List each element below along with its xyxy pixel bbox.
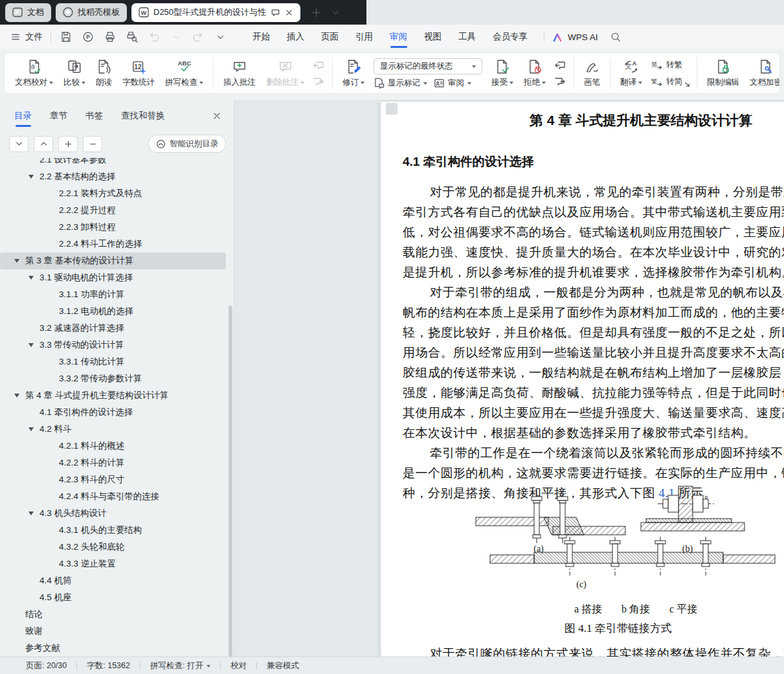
toc-item[interactable]: 3.1.2 电动机的选择 (0, 303, 226, 320)
customize-toolbar-dropdown[interactable] (213, 30, 227, 44)
toc-item[interactable]: 致谢 (0, 623, 226, 640)
toc-item[interactable]: 2.2.1 装料方式及特点 (0, 185, 226, 202)
status-spellcheck[interactable]: 拼写检查: 打开 (150, 660, 210, 671)
menu-insert[interactable]: 插入 (278, 25, 313, 49)
status-proofread[interactable]: 校对 (230, 660, 247, 671)
status-word-count[interactable]: 字数: 15362 (87, 660, 130, 671)
previous-comment-button[interactable] (311, 58, 326, 73)
panel-tab-chapters[interactable]: 章节 (50, 110, 67, 122)
toc-expand-button[interactable] (9, 136, 28, 152)
toc-item[interactable]: 3.3.2 带传动参数计算 (0, 370, 226, 387)
search-button[interactable] (609, 30, 623, 44)
spell-check-button[interactable]: ABC 拼写检查 (160, 56, 208, 91)
undo-dropdown-button[interactable] (169, 30, 183, 44)
toc-collapse-triangle-icon[interactable] (28, 175, 39, 179)
toc-item[interactable]: 2.2.2 提升过程 (0, 202, 226, 219)
toc-zoom-out-button[interactable] (83, 136, 102, 152)
menu-review[interactable]: 审阅 (381, 25, 416, 49)
insert-comment-button[interactable]: 插入批注 (218, 56, 261, 91)
show-markup-button[interactable]: 显示标记 (374, 78, 427, 89)
tab-active-document[interactable]: W D250型斗式提升机的设计与性 (131, 3, 300, 22)
toc-item[interactable]: 3.1.1 功率的计算 (0, 286, 226, 303)
new-tab-button[interactable] (308, 4, 324, 21)
toc-item[interactable]: 4.3.1 机头的主要结构 (0, 522, 226, 539)
toc-item[interactable]: 4.3.3 逆止装置 (0, 556, 226, 572)
previous-change-button[interactable] (552, 58, 568, 73)
status-page-indicator[interactable]: 页面: 20/30 (26, 660, 67, 671)
toc-item[interactable]: 2.2.3 卸料过程 (0, 219, 226, 236)
document-page[interactable]: 第 4 章 斗式提升机主要结构设计计算 4.1 牵引构件的设计选择 对于常见的都… (381, 102, 784, 657)
panel-close-button[interactable] (210, 109, 223, 122)
doc-proofread-button[interactable]: a 文档校对 (10, 56, 58, 91)
panel-tab-contents[interactable]: 目录 (14, 110, 32, 122)
tab-close-icon[interactable] (285, 8, 293, 17)
toc-collapse-triangle-icon[interactable] (28, 276, 39, 280)
undo-button[interactable] (147, 30, 161, 44)
status-compat-mode[interactable]: 兼容模式 (267, 660, 299, 671)
toc-item[interactable]: 第 4 章 斗式提升机主要结构设计计算 (0, 387, 226, 404)
encrypt-document-button[interactable]: 文档加密 (745, 56, 780, 91)
menu-home[interactable]: 开始 (244, 25, 278, 49)
toc-item[interactable]: 2.2 基本结构的选择 (0, 168, 226, 185)
toc-item[interactable]: 结论 (0, 606, 226, 623)
to-simplified-button[interactable]: 繁 转简 (650, 74, 682, 89)
toc-item[interactable]: 4.4 机筒 (0, 572, 226, 589)
toc-item[interactable]: 3.3.1 传动比计算 (0, 354, 226, 370)
restrict-editing-button[interactable]: 限制编辑 (702, 56, 745, 91)
toc-item[interactable]: 4.5 机座 (0, 589, 226, 606)
toc-collapse-triangle-icon[interactable] (28, 427, 39, 431)
toc-item[interactable]: 4.3 机头结构设计 (0, 505, 226, 522)
smart-toc-button[interactable]: 智能识别目录 (148, 135, 226, 153)
toc-item[interactable]: 4.2.3 料斗的尺寸 (0, 471, 226, 488)
toc-item[interactable]: 4.1 牵引构件的设计选择 (0, 404, 226, 421)
toc-collapse-triangle-icon[interactable] (14, 259, 25, 263)
toc-item[interactable]: 第 3 章 基本传动的设计计算 (0, 253, 226, 269)
read-aloud-button[interactable]: 朗读 (91, 56, 117, 91)
review-pane-button[interactable]: 审阅 (434, 78, 471, 89)
toc-item[interactable]: 4.2 料斗 (0, 421, 226, 438)
output-pdf-button[interactable]: P (81, 30, 95, 44)
toc-item[interactable]: 4.3.2 头轮和底轮 (0, 539, 226, 556)
tab-docs-home[interactable]: 文档 (5, 3, 51, 22)
menu-tools[interactable]: 工具 (450, 25, 484, 49)
track-changes-button[interactable]: 修订 (337, 56, 370, 91)
next-change-button[interactable] (552, 74, 568, 89)
markup-state-select[interactable]: 显示标记的最终状态 (374, 58, 482, 74)
pen-button[interactable]: 画笔 (579, 56, 605, 91)
reject-button[interactable]: 拒绝 (519, 56, 551, 91)
panel-tab-find-replace[interactable]: 查找和替换 (121, 110, 165, 122)
file-menu-button[interactable]: 文件 (10, 31, 43, 43)
toc-collapse-triangle-icon[interactable] (28, 343, 39, 347)
print-preview-button[interactable] (125, 30, 139, 44)
tab-docer-templates[interactable]: 找稻壳模板 (56, 3, 127, 22)
translate-dialog-launcher[interactable] (684, 79, 691, 91)
word-count-button[interactable]: 12 字数统计 (117, 56, 160, 91)
toc-item[interactable]: 3.1 驱动电机的计算选择 (0, 269, 226, 286)
toc-collapse-triangle-icon[interactable] (14, 394, 25, 398)
toc-zoom-in-button[interactable] (58, 136, 78, 152)
toc-item[interactable]: 2.2.4 料斗工作的选择 (0, 236, 226, 253)
save-button[interactable] (59, 30, 73, 44)
sidebar-scrollbar[interactable] (229, 306, 232, 657)
toc-item[interactable]: 4.2.1 料斗的概述 (0, 438, 226, 455)
toc-item[interactable]: 参考文献 (0, 640, 226, 657)
menu-page[interactable]: 页面 (313, 25, 347, 49)
toc-collapse-triangle-icon[interactable] (28, 511, 39, 515)
toc-item[interactable]: 2.1 设计基本参数 (0, 158, 226, 168)
next-comment-button[interactable] (311, 74, 326, 89)
delete-comment-button[interactable]: 删除批注 (261, 56, 309, 91)
to-traditional-button[interactable]: 简 转繁 (650, 58, 682, 72)
menu-member[interactable]: 会员专享 (484, 25, 536, 49)
translate-button[interactable]: 文 A 翻译 (615, 56, 647, 91)
toc-item[interactable]: 4.2.2 料斗的计算 (0, 455, 226, 471)
print-button[interactable] (103, 30, 117, 44)
compare-button[interactable]: 比较 (58, 56, 91, 91)
accept-button[interactable]: 接受 (486, 56, 519, 91)
tab-list-dropdown-button[interactable] (327, 4, 344, 21)
redo-button[interactable] (191, 30, 205, 44)
panel-tab-bookmarks[interactable]: 书签 (85, 110, 103, 122)
toc-item[interactable]: 3.3 带传动的设计计算 (0, 337, 226, 354)
toc-item[interactable]: 3.2 减速器的计算选择 (0, 320, 226, 337)
wps-ai-button[interactable]: WPS AI (552, 32, 598, 43)
toc-item[interactable]: 4.2.4 料斗与牵引带的连接 (0, 488, 226, 505)
